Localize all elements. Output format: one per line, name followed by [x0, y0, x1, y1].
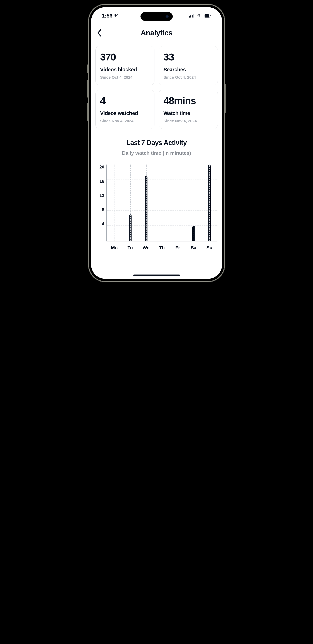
- chart-subtitle: Daily watch time (in minutes): [94, 150, 219, 156]
- stat-subtext: Since Nov 4, 2024: [164, 119, 213, 124]
- stat-value: 370: [100, 51, 150, 63]
- x-tick: Mo: [107, 245, 122, 250]
- svg-rect-2: [192, 15, 193, 18]
- stat-label: Videos watched: [100, 110, 150, 116]
- stat-subtext: Since Oct 4, 2024: [164, 75, 213, 80]
- x-tick: We: [138, 245, 154, 250]
- y-axis-labels: 20 16 12 8 4 0: [96, 164, 107, 242]
- stat-value: 33: [164, 51, 213, 63]
- cellular-icon: [189, 13, 194, 19]
- gridline-v: [146, 164, 147, 241]
- stat-card-searches: 33 Searches Since Oct 4, 2024: [159, 46, 218, 85]
- gridline-v: [194, 164, 194, 241]
- stat-card-videos-watched: 4 Videos watched Since Nov 4, 2024: [95, 90, 154, 129]
- svg-rect-6: [210, 15, 211, 16]
- gridline-v: [209, 164, 210, 241]
- stat-subtext: Since Oct 4, 2024: [100, 75, 150, 80]
- x-tick: Su: [201, 245, 217, 250]
- phone-frame: 1:56: [88, 4, 225, 282]
- stat-label: Videos blocked: [100, 67, 150, 72]
- back-button[interactable]: [96, 29, 103, 36]
- power-button: [225, 84, 226, 113]
- stat-label: Searches: [164, 67, 213, 72]
- svg-rect-5: [205, 14, 209, 17]
- volume-down-button: [87, 103, 88, 121]
- chart: 20 16 12 8 4 0: [94, 164, 219, 242]
- stat-cards: 370 Videos blocked Since Oct 4, 2024 33 …: [94, 46, 219, 129]
- page-title: Analytics: [141, 28, 173, 37]
- chevron-left-icon: [97, 29, 102, 36]
- stat-value: 48mins: [164, 95, 213, 106]
- y-tick: 8: [102, 207, 104, 212]
- screen: 1:56: [91, 7, 222, 279]
- x-tick: Sa: [186, 245, 201, 250]
- battery-icon: [204, 13, 211, 19]
- chart-title: Last 7 Days Activity: [94, 139, 219, 147]
- y-tick: 16: [100, 179, 104, 184]
- y-tick: 20: [100, 164, 104, 170]
- dynamic-island: [140, 12, 173, 21]
- header: Analytics: [94, 25, 219, 41]
- gridline-v: [162, 164, 162, 241]
- gridline-v: [130, 164, 131, 241]
- svg-rect-1: [190, 16, 191, 18]
- x-tick: Tu: [122, 245, 138, 250]
- stat-card-watch-time: 48mins Watch time Since Nov 4, 2024: [159, 90, 218, 129]
- x-axis-labels: MoTuWeThFrSaSu: [105, 245, 219, 250]
- x-tick: Fr: [170, 245, 186, 250]
- svg-rect-0: [189, 16, 190, 18]
- stat-label: Watch time: [164, 110, 213, 116]
- gridline-v: [178, 164, 178, 241]
- stat-card-videos-blocked: 370 Videos blocked Since Oct 4, 2024: [95, 46, 154, 85]
- home-indicator: [133, 274, 180, 276]
- silent-icon: [114, 13, 119, 19]
- stat-subtext: Since Nov 4, 2024: [100, 119, 150, 124]
- side-button: [87, 64, 88, 73]
- volume-up-button: [87, 80, 88, 98]
- y-tick: 4: [102, 222, 104, 226]
- chart-plot-area: [107, 164, 217, 242]
- gridline-v: [115, 164, 115, 241]
- svg-rect-3: [193, 14, 194, 18]
- wifi-icon: [197, 13, 202, 19]
- status-time: 1:56: [102, 13, 113, 19]
- stat-value: 4: [100, 95, 150, 106]
- y-tick: 12: [100, 193, 104, 198]
- x-tick: Th: [154, 245, 170, 250]
